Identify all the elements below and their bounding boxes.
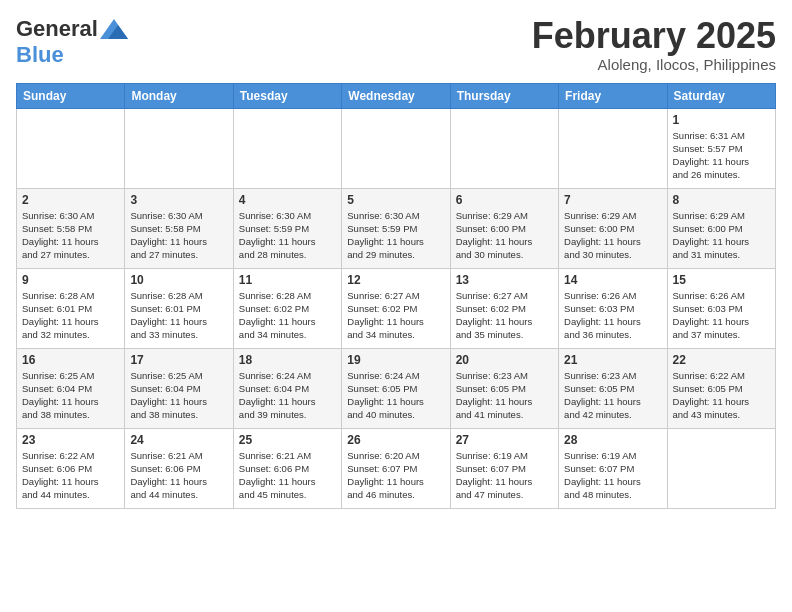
day-number: 17 <box>130 353 227 367</box>
day-number: 25 <box>239 433 336 447</box>
day-info: Sunrise: 6:19 AM Sunset: 6:07 PM Dayligh… <box>456 449 553 502</box>
day-number: 26 <box>347 433 444 447</box>
calendar-week-row: 23Sunrise: 6:22 AM Sunset: 6:06 PM Dayli… <box>17 428 776 508</box>
calendar-cell <box>17 108 125 188</box>
calendar-day-header: Saturday <box>667 83 775 108</box>
logo-blue-text: Blue <box>16 42 64 68</box>
day-info: Sunrise: 6:30 AM Sunset: 5:58 PM Dayligh… <box>130 209 227 262</box>
calendar-day-header: Monday <box>125 83 233 108</box>
day-number: 14 <box>564 273 661 287</box>
day-info: Sunrise: 6:30 AM Sunset: 5:59 PM Dayligh… <box>239 209 336 262</box>
calendar-cell: 25Sunrise: 6:21 AM Sunset: 6:06 PM Dayli… <box>233 428 341 508</box>
calendar-cell: 28Sunrise: 6:19 AM Sunset: 6:07 PM Dayli… <box>559 428 667 508</box>
calendar-cell: 26Sunrise: 6:20 AM Sunset: 6:07 PM Dayli… <box>342 428 450 508</box>
calendar-cell: 7Sunrise: 6:29 AM Sunset: 6:00 PM Daylig… <box>559 188 667 268</box>
calendar-cell: 21Sunrise: 6:23 AM Sunset: 6:05 PM Dayli… <box>559 348 667 428</box>
calendar-cell: 23Sunrise: 6:22 AM Sunset: 6:06 PM Dayli… <box>17 428 125 508</box>
calendar-cell: 14Sunrise: 6:26 AM Sunset: 6:03 PM Dayli… <box>559 268 667 348</box>
calendar-cell: 22Sunrise: 6:22 AM Sunset: 6:05 PM Dayli… <box>667 348 775 428</box>
day-number: 20 <box>456 353 553 367</box>
day-info: Sunrise: 6:21 AM Sunset: 6:06 PM Dayligh… <box>239 449 336 502</box>
day-number: 19 <box>347 353 444 367</box>
day-number: 22 <box>673 353 770 367</box>
day-info: Sunrise: 6:28 AM Sunset: 6:01 PM Dayligh… <box>130 289 227 342</box>
calendar-day-header: Friday <box>559 83 667 108</box>
day-info: Sunrise: 6:28 AM Sunset: 6:02 PM Dayligh… <box>239 289 336 342</box>
day-info: Sunrise: 6:25 AM Sunset: 6:04 PM Dayligh… <box>22 369 119 422</box>
calendar-table: SundayMondayTuesdayWednesdayThursdayFrid… <box>16 83 776 509</box>
day-number: 13 <box>456 273 553 287</box>
day-number: 4 <box>239 193 336 207</box>
calendar-cell: 27Sunrise: 6:19 AM Sunset: 6:07 PM Dayli… <box>450 428 558 508</box>
day-number: 15 <box>673 273 770 287</box>
day-number: 21 <box>564 353 661 367</box>
day-info: Sunrise: 6:21 AM Sunset: 6:06 PM Dayligh… <box>130 449 227 502</box>
page-header: General Blue February 2025 Aloleng, Iloc… <box>16 16 776 73</box>
day-info: Sunrise: 6:19 AM Sunset: 6:07 PM Dayligh… <box>564 449 661 502</box>
day-info: Sunrise: 6:28 AM Sunset: 6:01 PM Dayligh… <box>22 289 119 342</box>
day-info: Sunrise: 6:27 AM Sunset: 6:02 PM Dayligh… <box>456 289 553 342</box>
month-title: February 2025 <box>532 16 776 56</box>
day-info: Sunrise: 6:30 AM Sunset: 5:59 PM Dayligh… <box>347 209 444 262</box>
day-number: 2 <box>22 193 119 207</box>
day-number: 7 <box>564 193 661 207</box>
calendar-cell: 9Sunrise: 6:28 AM Sunset: 6:01 PM Daylig… <box>17 268 125 348</box>
day-info: Sunrise: 6:26 AM Sunset: 6:03 PM Dayligh… <box>564 289 661 342</box>
day-number: 5 <box>347 193 444 207</box>
calendar-week-row: 16Sunrise: 6:25 AM Sunset: 6:04 PM Dayli… <box>17 348 776 428</box>
calendar-cell: 19Sunrise: 6:24 AM Sunset: 6:05 PM Dayli… <box>342 348 450 428</box>
calendar-cell: 24Sunrise: 6:21 AM Sunset: 6:06 PM Dayli… <box>125 428 233 508</box>
day-info: Sunrise: 6:23 AM Sunset: 6:05 PM Dayligh… <box>564 369 661 422</box>
calendar-cell <box>125 108 233 188</box>
day-number: 1 <box>673 113 770 127</box>
day-number: 8 <box>673 193 770 207</box>
day-number: 12 <box>347 273 444 287</box>
day-number: 10 <box>130 273 227 287</box>
day-number: 9 <box>22 273 119 287</box>
calendar-cell: 1Sunrise: 6:31 AM Sunset: 5:57 PM Daylig… <box>667 108 775 188</box>
day-number: 11 <box>239 273 336 287</box>
calendar-cell: 18Sunrise: 6:24 AM Sunset: 6:04 PM Dayli… <box>233 348 341 428</box>
day-info: Sunrise: 6:29 AM Sunset: 6:00 PM Dayligh… <box>456 209 553 262</box>
day-info: Sunrise: 6:20 AM Sunset: 6:07 PM Dayligh… <box>347 449 444 502</box>
day-info: Sunrise: 6:25 AM Sunset: 6:04 PM Dayligh… <box>130 369 227 422</box>
calendar-day-header: Thursday <box>450 83 558 108</box>
calendar-day-header: Wednesday <box>342 83 450 108</box>
calendar-week-row: 2Sunrise: 6:30 AM Sunset: 5:58 PM Daylig… <box>17 188 776 268</box>
calendar-cell <box>233 108 341 188</box>
calendar-cell: 2Sunrise: 6:30 AM Sunset: 5:58 PM Daylig… <box>17 188 125 268</box>
day-info: Sunrise: 6:30 AM Sunset: 5:58 PM Dayligh… <box>22 209 119 262</box>
calendar-cell <box>450 108 558 188</box>
day-info: Sunrise: 6:24 AM Sunset: 6:04 PM Dayligh… <box>239 369 336 422</box>
calendar-day-header: Tuesday <box>233 83 341 108</box>
day-info: Sunrise: 6:26 AM Sunset: 6:03 PM Dayligh… <box>673 289 770 342</box>
calendar-cell <box>667 428 775 508</box>
calendar-cell: 8Sunrise: 6:29 AM Sunset: 6:00 PM Daylig… <box>667 188 775 268</box>
logo-general-text: General <box>16 16 98 42</box>
calendar-week-row: 9Sunrise: 6:28 AM Sunset: 6:01 PM Daylig… <box>17 268 776 348</box>
day-number: 28 <box>564 433 661 447</box>
calendar-week-row: 1Sunrise: 6:31 AM Sunset: 5:57 PM Daylig… <box>17 108 776 188</box>
calendar-cell: 20Sunrise: 6:23 AM Sunset: 6:05 PM Dayli… <box>450 348 558 428</box>
calendar-cell: 15Sunrise: 6:26 AM Sunset: 6:03 PM Dayli… <box>667 268 775 348</box>
day-info: Sunrise: 6:31 AM Sunset: 5:57 PM Dayligh… <box>673 129 770 182</box>
calendar-header-row: SundayMondayTuesdayWednesdayThursdayFrid… <box>17 83 776 108</box>
day-info: Sunrise: 6:24 AM Sunset: 6:05 PM Dayligh… <box>347 369 444 422</box>
calendar-cell: 3Sunrise: 6:30 AM Sunset: 5:58 PM Daylig… <box>125 188 233 268</box>
calendar-cell: 5Sunrise: 6:30 AM Sunset: 5:59 PM Daylig… <box>342 188 450 268</box>
title-section: February 2025 Aloleng, Ilocos, Philippin… <box>532 16 776 73</box>
location-subtitle: Aloleng, Ilocos, Philippines <box>532 56 776 73</box>
day-number: 23 <box>22 433 119 447</box>
calendar-day-header: Sunday <box>17 83 125 108</box>
logo-icon <box>100 19 128 39</box>
day-info: Sunrise: 6:22 AM Sunset: 6:06 PM Dayligh… <box>22 449 119 502</box>
calendar-cell <box>342 108 450 188</box>
day-info: Sunrise: 6:27 AM Sunset: 6:02 PM Dayligh… <box>347 289 444 342</box>
calendar-cell: 13Sunrise: 6:27 AM Sunset: 6:02 PM Dayli… <box>450 268 558 348</box>
day-number: 16 <box>22 353 119 367</box>
calendar-cell: 16Sunrise: 6:25 AM Sunset: 6:04 PM Dayli… <box>17 348 125 428</box>
day-info: Sunrise: 6:29 AM Sunset: 6:00 PM Dayligh… <box>673 209 770 262</box>
calendar-cell: 17Sunrise: 6:25 AM Sunset: 6:04 PM Dayli… <box>125 348 233 428</box>
day-number: 18 <box>239 353 336 367</box>
day-info: Sunrise: 6:22 AM Sunset: 6:05 PM Dayligh… <box>673 369 770 422</box>
